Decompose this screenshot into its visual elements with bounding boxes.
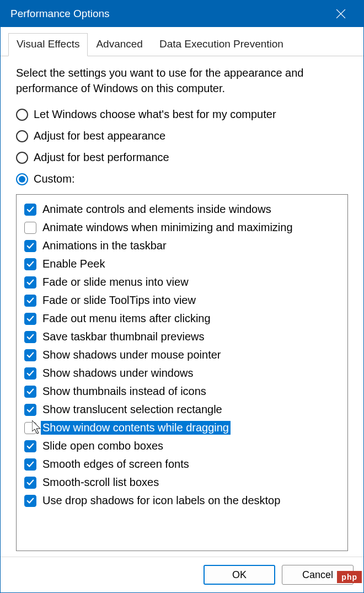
checkbox-option[interactable]: Animate windows when minimizing and maxi…	[24, 218, 340, 237]
checkbox-option[interactable]: Smooth edges of screen fonts	[24, 455, 340, 473]
radio-option[interactable]: Adjust for best performance	[16, 151, 348, 164]
watermark: php	[337, 571, 362, 583]
radio-indicator	[16, 173, 28, 185]
checkbox-indicator	[24, 349, 36, 361]
checkbox-label: Show translucent selection rectangle	[41, 403, 224, 416]
tab-content: Select the settings you want to use for …	[1, 56, 363, 557]
checkbox-indicator	[24, 367, 36, 380]
checkbox-indicator	[24, 440, 36, 452]
tab-visual-effects[interactable]: Visual Effects	[8, 33, 88, 56]
checkbox-option[interactable]: Fade out menu items after clicking	[24, 309, 340, 328]
window-title: Performance Options	[10, 8, 110, 20]
checkbox-option[interactable]: Show thumbnails instead of icons	[24, 382, 340, 400]
radio-option[interactable]: Adjust for best appearance	[16, 130, 348, 142]
checkbox-indicator	[24, 331, 36, 343]
checkbox-option[interactable]: Show window contents while dragging	[24, 419, 340, 437]
tab-bar: Visual EffectsAdvancedData Execution Pre…	[1, 33, 363, 56]
checkbox-option[interactable]: Fade or slide menus into view	[24, 273, 340, 291]
radio-option[interactable]: Custom:	[16, 173, 348, 185]
checkbox-label: Animate controls and elements inside win…	[41, 202, 273, 216]
checkbox-indicator	[24, 204, 36, 216]
checkbox-option[interactable]: Use drop shadows for icon labels on the …	[24, 492, 340, 510]
tab-data-execution-prevention[interactable]: Data Execution Prevention	[151, 33, 292, 56]
checkbox-label: Show thumbnails instead of icons	[41, 384, 208, 398]
checkbox-option[interactable]: Smooth-scroll list boxes	[24, 473, 340, 492]
checkbox-label: Slide open combo boxes	[41, 439, 165, 453]
checkbox-indicator	[24, 313, 36, 325]
checkbox-label: Show window contents while dragging	[41, 421, 231, 435]
checkbox-indicator	[24, 404, 36, 416]
checkbox-option[interactable]: Save taskbar thumbnail previews	[24, 328, 340, 346]
checkbox-label: Show shadows under mouse pointer	[41, 348, 223, 362]
radio-label: Adjust for best appearance	[34, 130, 165, 142]
checkbox-option[interactable]: Show shadows under mouse pointer	[24, 346, 340, 364]
checkbox-option[interactable]: Fade or slide ToolTips into view	[24, 291, 340, 309]
checkbox-label: Animate windows when minimizing and maxi…	[41, 221, 295, 234]
radio-label: Custom:	[34, 173, 74, 185]
checkbox-indicator	[24, 240, 36, 252]
checkbox-option[interactable]: Slide open combo boxes	[24, 437, 340, 455]
description-text: Select the settings you want to use for …	[16, 65, 348, 96]
checkbox-indicator	[24, 295, 36, 307]
checkbox-option[interactable]: Animate controls and elements inside win…	[24, 200, 340, 218]
checkbox-label: Fade or slide menus into view	[41, 275, 190, 289]
radio-group: Let Windows choose what's best for my co…	[16, 108, 348, 185]
checkbox-option[interactable]: Enable Peek	[24, 255, 340, 273]
checkbox-label: Fade out menu items after clicking	[41, 312, 212, 325]
radio-indicator	[16, 152, 28, 164]
ok-button[interactable]: OK	[204, 565, 275, 585]
checkbox-indicator	[24, 495, 36, 507]
checkbox-label: Animations in the taskbar	[41, 239, 168, 253]
titlebar: Performance Options	[1, 1, 363, 27]
tab-advanced[interactable]: Advanced	[88, 33, 151, 56]
performance-options-window: Performance Options Visual EffectsAdvanc…	[0, 0, 364, 593]
radio-indicator	[16, 130, 28, 142]
checkbox-indicator	[24, 276, 36, 289]
close-icon	[336, 9, 346, 19]
visual-effects-list[interactable]: Animate controls and elements inside win…	[16, 194, 348, 551]
checkbox-option[interactable]: Animations in the taskbar	[24, 237, 340, 255]
close-button[interactable]	[328, 1, 354, 26]
checkbox-indicator	[24, 422, 36, 434]
checkbox-label: Fade or slide ToolTips into view	[41, 293, 197, 307]
radio-option[interactable]: Let Windows choose what's best for my co…	[16, 108, 348, 121]
checkbox-option[interactable]: Show translucent selection rectangle	[24, 400, 340, 419]
checkbox-indicator	[24, 386, 36, 398]
checkbox-label: Enable Peek	[41, 257, 106, 271]
checkbox-indicator	[24, 258, 36, 270]
checkbox-label: Smooth edges of screen fonts	[41, 457, 191, 471]
checkbox-label: Save taskbar thumbnail previews	[41, 330, 206, 344]
checkbox-indicator	[24, 222, 36, 234]
checkbox-option[interactable]: Show shadows under windows	[24, 364, 340, 382]
checkbox-indicator	[24, 458, 36, 471]
radio-label: Let Windows choose what's best for my co…	[34, 108, 276, 121]
radio-indicator	[16, 109, 28, 121]
checkbox-label: Use drop shadows for icon labels on the …	[41, 494, 282, 507]
button-bar: OK Cancel	[1, 557, 363, 592]
checkbox-indicator	[24, 477, 36, 489]
checkbox-label: Smooth-scroll list boxes	[41, 476, 160, 489]
checkbox-label: Show shadows under windows	[41, 366, 195, 380]
radio-label: Adjust for best performance	[34, 151, 169, 164]
